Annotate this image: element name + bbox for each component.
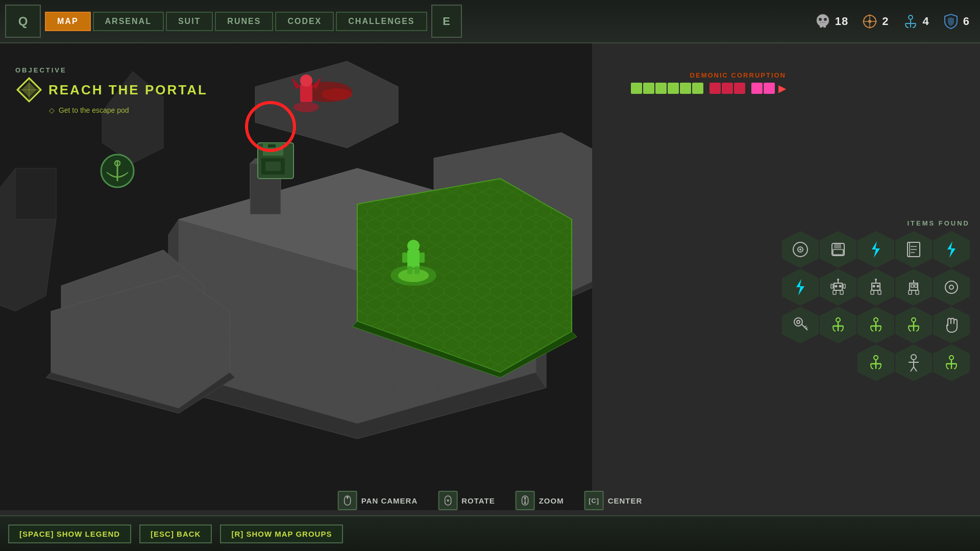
- tab-challenges[interactable]: CHALLENGES: [336, 12, 427, 31]
- svg-rect-55: [823, 23, 826, 28]
- zoom-label: ZOOM: [539, 496, 564, 505]
- svg-rect-54: [820, 23, 822, 28]
- objective-label: OBJECTIVE: [15, 66, 208, 74]
- item-book[interactable]: [895, 231, 932, 268]
- camera-controls: PAN CAMERA ROTATE ZOOM [C] CENTER: [338, 491, 643, 510]
- crosshair-stat: 2: [861, 12, 889, 31]
- item-floppy[interactable]: [820, 231, 856, 268]
- svg-point-120: [912, 318, 916, 322]
- svg-point-57: [824, 18, 827, 21]
- show-legend-button[interactable]: [SPACE] SHOW LEGEND: [8, 524, 131, 543]
- q-label: Q: [18, 14, 28, 29]
- svg-point-109: [794, 318, 802, 326]
- corruption-bars: ▶: [631, 82, 786, 94]
- green-bar-4: [668, 83, 679, 94]
- pink-bar-1: [751, 83, 763, 94]
- svg-rect-28: [402, 253, 407, 263]
- e-button[interactable]: E: [431, 5, 462, 38]
- anchor2-green-icon: [868, 316, 884, 334]
- item-disc[interactable]: [782, 231, 819, 268]
- svg-rect-26: [407, 266, 412, 274]
- q-button[interactable]: Q: [5, 5, 41, 38]
- item-robot-1[interactable]: [820, 269, 856, 306]
- item-anchor-1[interactable]: [820, 307, 856, 343]
- robot2-icon: [868, 278, 884, 296]
- pan-camera-control: PAN CAMERA: [338, 491, 418, 510]
- tab-suit[interactable]: SUIT: [166, 12, 213, 31]
- svg-rect-76: [833, 249, 843, 255]
- svg-rect-100: [878, 290, 881, 294]
- svg-rect-102: [911, 285, 914, 287]
- objective-diamond-icon: [15, 76, 43, 104]
- green-bar-6: [692, 83, 703, 94]
- tab-map[interactable]: MAP: [45, 12, 91, 31]
- rotate-label: ROTATE: [461, 496, 495, 505]
- top-nav-bar: Q MAP ARSENAL SUIT RUNES CODEX CHALLENGE…: [0, 0, 980, 43]
- red-bar-3: [734, 83, 745, 94]
- svg-point-89: [837, 279, 839, 281]
- svg-line-130: [914, 367, 917, 371]
- items-hex-grid: [781, 231, 970, 381]
- item-bolt-1[interactable]: [857, 231, 894, 268]
- bolt-cyan-icon: [869, 240, 883, 259]
- item-bolt-3[interactable]: [782, 269, 819, 306]
- svg-rect-24: [407, 250, 420, 268]
- svg-point-73: [799, 248, 801, 251]
- crosshair-count: 2: [882, 15, 889, 28]
- item-anchor-4[interactable]: [857, 344, 894, 381]
- pink-bar-2: [764, 83, 775, 94]
- show-map-groups-button[interactable]: [R] SHOW MAP GROUPS: [220, 524, 343, 543]
- e-label: E: [443, 15, 450, 28]
- svg-rect-93: [843, 284, 845, 288]
- item-robot-3[interactable]: [895, 269, 932, 306]
- disc2-icon: [943, 279, 960, 295]
- back-button[interactable]: [ESC] BACK: [139, 524, 212, 543]
- svg-rect-103: [915, 285, 917, 287]
- svg-point-117: [874, 318, 878, 322]
- tab-codex[interactable]: CODEX: [275, 12, 334, 31]
- svg-point-53: [817, 14, 829, 27]
- svg-point-36: [293, 102, 319, 112]
- pan-camera-label: PAN CAMERA: [361, 496, 418, 505]
- svg-rect-90: [833, 290, 836, 294]
- item-anchor-5[interactable]: [933, 344, 970, 381]
- items-found-panel: ITEMS FOUND: [781, 219, 970, 381]
- red-bar-2: [722, 83, 733, 94]
- nav-tabs: MAP ARSENAL SUIT RUNES CODEX CHALLENGES: [45, 12, 427, 31]
- key-icon: [792, 316, 808, 334]
- item-disc-2[interactable]: [933, 269, 970, 306]
- svg-line-113: [806, 328, 807, 329]
- tab-arsenal[interactable]: ARSENAL: [93, 12, 164, 31]
- shield-count: 6: [963, 15, 970, 28]
- green-bar-2: [643, 83, 654, 94]
- item-person[interactable]: [895, 344, 932, 381]
- svg-marker-31: [15, 168, 56, 219]
- item-robot-2[interactable]: [857, 269, 894, 306]
- item-anchor-3[interactable]: [895, 307, 932, 343]
- objective-title: REACH THE PORTAL: [48, 82, 208, 98]
- item-bolt-2[interactable]: [933, 231, 970, 268]
- shield-stat: 6: [942, 12, 970, 31]
- svg-rect-92: [831, 284, 833, 288]
- svg-point-108: [949, 285, 953, 289]
- corruption-label: DEMONIC CORRUPTION: [631, 71, 786, 79]
- anchor4-green-icon: [868, 354, 884, 372]
- center-control: [C] CENTER: [584, 491, 643, 510]
- green-bar-3: [655, 83, 667, 94]
- svg-point-62: [868, 20, 871, 23]
- anchor5-green-icon: [943, 354, 960, 372]
- skull-stat: 18: [814, 12, 848, 31]
- svg-rect-105: [909, 290, 912, 294]
- svg-rect-75: [834, 243, 841, 248]
- tab-runes[interactable]: RUNES: [215, 12, 273, 31]
- nav-stats: 18 2 4: [814, 12, 970, 31]
- corruption-arrow-icon: ▶: [778, 82, 786, 94]
- anchor-icon: [901, 12, 920, 31]
- green-bar-1: [631, 83, 642, 94]
- item-key[interactable]: [782, 307, 819, 343]
- item-hand[interactable]: [933, 307, 970, 343]
- rotate-control: ROTATE: [438, 491, 495, 510]
- svg-point-35: [322, 88, 352, 101]
- item-anchor-2[interactable]: [857, 307, 894, 343]
- bolt3-cyan-icon: [793, 278, 807, 296]
